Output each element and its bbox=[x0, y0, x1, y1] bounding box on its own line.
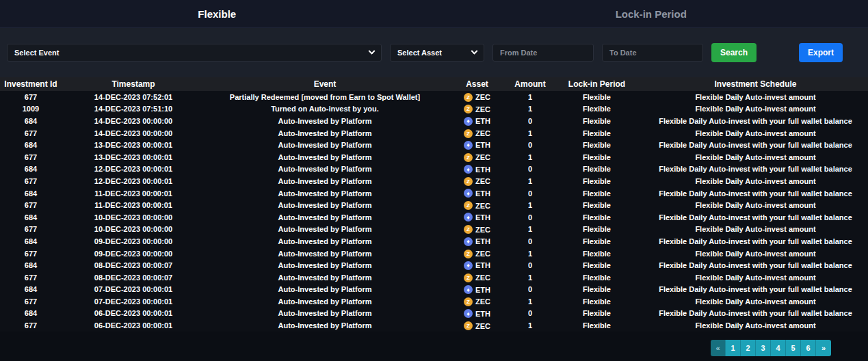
asset-coin-icon: Z bbox=[464, 273, 473, 282]
cell-investment-id: 684 bbox=[0, 284, 62, 296]
asset-coin-icon: ♦ bbox=[464, 141, 473, 150]
cell-lockin-period: Flexible bbox=[551, 248, 643, 260]
cell-event: Auto-Invested by Platform bbox=[205, 308, 445, 320]
cell-investment-id: 677 bbox=[0, 175, 62, 187]
cell-timestamp: 11-DEC-2023 00:00:01 bbox=[62, 199, 205, 211]
cell-investment-schedule: Flexible Daily Auto-invest with your ful… bbox=[643, 211, 868, 224]
cell-timestamp: 08-DEC-2023 00:00:07 bbox=[62, 259, 205, 271]
asset-label: ZEC bbox=[475, 153, 490, 161]
tab-lockin-period[interactable]: Lock-in Period bbox=[434, 0, 868, 27]
tab-flexible[interactable]: Flexible bbox=[0, 0, 434, 27]
chevron-down-icon bbox=[369, 47, 376, 54]
col-header-event: Event bbox=[205, 77, 445, 91]
pagination-page-button[interactable]: 3 bbox=[756, 340, 771, 356]
cell-investment-id: 677 bbox=[0, 224, 62, 236]
asset-label: ETH bbox=[475, 261, 490, 269]
pagination-prev-button[interactable]: « bbox=[711, 340, 726, 356]
cell-investment-schedule: Flexible Daily Auto-invest amount bbox=[643, 319, 868, 332]
cell-event: Auto-Invested by Platform bbox=[205, 224, 445, 236]
cell-investment-schedule: Flexible Daily Auto-invest amount bbox=[643, 103, 868, 116]
table-row: 677 11-DEC-2023 00:00:01 Auto-Invested b… bbox=[0, 199, 868, 211]
cell-event: Partially Redeemed [moved from Earn to S… bbox=[205, 91, 445, 103]
cell-lockin-period: Flexible bbox=[551, 175, 643, 187]
cell-lockin-period: Flexible bbox=[551, 319, 643, 332]
cell-investment-id: 684 bbox=[0, 115, 62, 127]
cell-event: Auto-Invested by Platform bbox=[205, 295, 445, 308]
cell-event: Auto-Invested by Platform bbox=[205, 319, 445, 332]
event-select[interactable]: Select Event bbox=[7, 44, 382, 62]
cell-timestamp: 12-DEC-2023 00:00:01 bbox=[62, 175, 205, 187]
pagination-page-button[interactable]: 2 bbox=[741, 340, 756, 356]
cell-amount: 0 bbox=[510, 284, 551, 296]
cell-asset: ♦ ETH bbox=[445, 211, 510, 224]
cell-investment-schedule: Flexible Daily Auto-invest amount bbox=[643, 295, 868, 308]
cell-event: Auto-Invested by Platform bbox=[205, 115, 445, 127]
asset-coin-icon: ♦ bbox=[464, 117, 473, 126]
cell-investment-id: 677 bbox=[0, 151, 62, 163]
pagination-page-button[interactable]: 1 bbox=[726, 340, 741, 356]
from-date-input[interactable] bbox=[492, 44, 594, 62]
table-row: 684 11-DEC-2023 00:00:01 Auto-Invested b… bbox=[0, 187, 868, 200]
cell-amount: 0 bbox=[510, 139, 551, 151]
table-header-row: Investment Id Timestamp Event Asset Amou… bbox=[0, 77, 868, 91]
table-row: 677 12-DEC-2023 00:00:01 Auto-Invested b… bbox=[0, 175, 868, 187]
cell-lockin-period: Flexible bbox=[551, 199, 643, 211]
cell-timestamp: 07-DEC-2023 00:00:01 bbox=[62, 284, 205, 296]
asset-coin-icon: ♦ bbox=[464, 261, 473, 270]
cell-asset: Z ZEC bbox=[445, 151, 510, 163]
pagination-page-button[interactable]: 5 bbox=[786, 340, 801, 356]
cell-investment-id: 677 bbox=[0, 248, 62, 260]
cell-investment-schedule: Flexible Daily Auto-invest with your ful… bbox=[643, 163, 868, 176]
search-button[interactable]: Search bbox=[711, 43, 757, 62]
chevron-down-icon bbox=[471, 47, 478, 54]
asset-label: ETH bbox=[475, 189, 490, 198]
cell-amount: 0 bbox=[510, 235, 551, 248]
cell-lockin-period: Flexible bbox=[551, 284, 643, 296]
pagination: « 123456» bbox=[711, 340, 831, 356]
cell-asset: Z ZEC bbox=[445, 103, 510, 116]
pagination-page-button[interactable]: 4 bbox=[771, 340, 786, 356]
to-date-input[interactable] bbox=[602, 44, 703, 62]
asset-select[interactable]: Select Asset bbox=[390, 44, 484, 62]
cell-lockin-period: Flexible bbox=[551, 235, 643, 248]
table-row: 677 08-DEC-2023 00:00:07 Auto-Invested b… bbox=[0, 271, 868, 284]
cell-investment-schedule: Flexible Daily Auto-invest with your ful… bbox=[643, 139, 868, 151]
asset-label: ZEC bbox=[475, 297, 490, 306]
cell-timestamp: 10-DEC-2023 00:00:00 bbox=[62, 224, 205, 236]
col-header-investment-id: Investment Id bbox=[0, 77, 62, 91]
cell-asset: Z ZEC bbox=[445, 199, 510, 211]
cell-lockin-period: Flexible bbox=[551, 308, 643, 320]
asset-coin-icon: Z bbox=[464, 297, 473, 306]
cell-event: Auto-Invested by Platform bbox=[205, 175, 445, 187]
cell-investment-id: 684 bbox=[0, 235, 62, 248]
cell-amount: 1 bbox=[510, 199, 551, 211]
cell-timestamp: 14-DEC-2023 00:00:00 bbox=[62, 127, 205, 139]
cell-event: Auto-Invested by Platform bbox=[205, 163, 445, 176]
asset-label: ZEC bbox=[475, 250, 490, 258]
asset-coin-icon: ♦ bbox=[464, 237, 473, 246]
cell-timestamp: 12-DEC-2023 00:00:01 bbox=[62, 163, 205, 176]
cell-asset: ♦ ETH bbox=[445, 163, 510, 176]
cell-timestamp: 13-DEC-2023 00:00:01 bbox=[62, 151, 205, 163]
cell-timestamp: 09-DEC-2023 00:00:00 bbox=[62, 248, 205, 260]
tab-bar: Flexible Lock-in Period bbox=[0, 0, 868, 28]
cell-investment-schedule: Flexible Daily Auto-invest amount bbox=[643, 91, 868, 103]
cell-event: Turned on Auto-invest by you. bbox=[205, 103, 445, 116]
event-select-value: Select Event bbox=[14, 49, 59, 57]
export-button[interactable]: Export bbox=[799, 43, 843, 62]
pagination-page-button[interactable]: 6 bbox=[801, 340, 816, 356]
cell-timestamp: 10-DEC-2023 00:00:00 bbox=[62, 211, 205, 224]
cell-event: Auto-Invested by Platform bbox=[205, 127, 445, 139]
cell-timestamp: 06-DEC-2023 00:00:01 bbox=[62, 319, 205, 332]
asset-label: ZEC bbox=[475, 273, 490, 282]
cell-asset: Z ZEC bbox=[445, 127, 510, 139]
cell-event: Auto-Invested by Platform bbox=[205, 248, 445, 260]
pagination-next-button[interactable]: » bbox=[816, 340, 831, 356]
cell-event: Auto-Invested by Platform bbox=[205, 151, 445, 163]
asset-coin-icon: Z bbox=[464, 321, 473, 330]
cell-asset: ♦ ETH bbox=[445, 187, 510, 200]
asset-label: ETH bbox=[475, 117, 490, 125]
asset-coin-icon: ♦ bbox=[464, 309, 473, 318]
cell-amount: 1 bbox=[510, 91, 551, 103]
table-row: 684 12-DEC-2023 00:00:01 Auto-Invested b… bbox=[0, 163, 868, 176]
